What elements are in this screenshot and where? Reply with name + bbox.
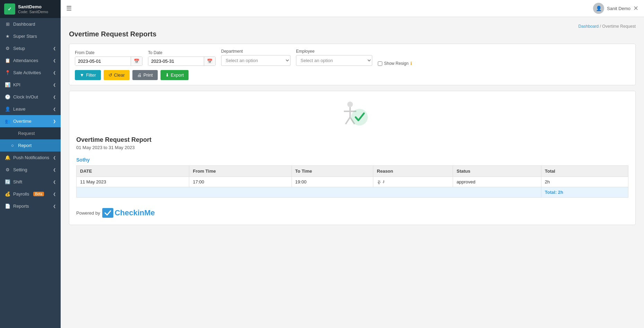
powered-by: Powered by CheckinMe [76, 208, 628, 218]
col-date: DATE [77, 166, 189, 177]
menu-icon[interactable]: ☰ [66, 5, 72, 12]
svg-line-3 [346, 117, 350, 124]
topbar: ☰ 👤 Sanit Demo ✕ [61, 0, 644, 17]
sidebar-logo: ✓ [4, 3, 15, 15]
checkinme-brand-name: CheckinMe [115, 208, 155, 217]
sidebar-item-kpi[interactable]: 📊 KPI ❮ [0, 79, 61, 91]
sidebar-item-setting[interactable]: ⚙ Setting ❮ [0, 164, 61, 176]
sidebar-item-attendances[interactable]: 📋 Attendances ❮ [0, 54, 61, 67]
sidebar-item-label: Sale Activities [13, 70, 41, 75]
kpi-icon: 📊 [5, 82, 10, 87]
sidebar-item-label: KPI [13, 82, 20, 87]
print-icon: 🖨 [137, 72, 142, 78]
cell-to-time: 19:00 [291, 177, 373, 187]
breadcrumb-current: Overtime Request [602, 24, 636, 29]
powered-by-label: Powered by [76, 210, 100, 216]
col-from-time: From Time [189, 166, 291, 177]
sidebar-item-clock-inout[interactable]: 🕐 Clock In/Out ❮ [0, 91, 61, 103]
from-date-calendar-icon[interactable]: 📅 [131, 57, 142, 66]
report-icon: ○ [10, 143, 15, 148]
sidebar-item-dashboard[interactable]: ⊞ Dashboard [0, 18, 61, 30]
total-value: Total: 2h [541, 187, 628, 198]
report-date-range: 01 May 2023 to 31 May 2023 [76, 145, 628, 150]
sidebar-item-leave[interactable]: 👤 Leave ❮ [0, 103, 61, 115]
employee-select[interactable]: Select an option [296, 55, 372, 66]
close-icon[interactable]: ✕ [633, 5, 638, 12]
sidebar-item-label: Reports [13, 204, 29, 209]
chevron-icon: ❮ [53, 59, 56, 62]
filter-row: From Date 📅 To Date 📅 Departme [75, 49, 630, 66]
chevron-icon: ❮ [53, 95, 56, 99]
show-resign-checkbox[interactable] [378, 61, 382, 66]
clock-icon: 🕐 [5, 94, 10, 100]
sidebar-item-report[interactable]: ○ Report [0, 139, 61, 152]
print-button[interactable]: 🖨 Print [132, 70, 158, 80]
clear-button[interactable]: ↺ Clear [104, 70, 130, 80]
chevron-icon: ❮ [53, 46, 56, 50]
chevron-icon: ❮ [53, 180, 56, 184]
sidebar-item-setup[interactable]: ⚙ Setup ❮ [0, 42, 61, 54]
from-date-input-wrapper: 📅 [75, 57, 142, 66]
topbar-left[interactable]: ☰ [66, 5, 72, 12]
sidebar-item-label: Setting [13, 167, 27, 172]
export-button[interactable]: ⬇ Export [160, 70, 189, 80]
sidebar-item-label: Leave [13, 106, 25, 112]
content-area: Dashboard / Overtime Request Overtime Re… [61, 17, 644, 328]
page-title: Overtime Request Reports [69, 30, 636, 38]
sidebar-item-label: Super Stars [13, 34, 37, 39]
to-date-calendar-icon[interactable]: 📅 [204, 57, 215, 66]
chevron-icon: ❮ [53, 204, 56, 208]
sidebar-app-name: SanitDemo [18, 4, 48, 10]
sidebar: ✓ SanitDemo Code: SanitDemo ⊞ Dashboard … [0, 0, 61, 328]
superstars-icon: ★ [5, 34, 10, 39]
department-select[interactable]: Select an option [221, 55, 290, 66]
user-name: Sanit Demo [607, 6, 630, 11]
report-header: Overtime Request Report 01 May 2023 to 3… [76, 136, 628, 150]
sidebar-item-sale-activities[interactable]: 📍 Sale Activities ❮ [0, 67, 61, 79]
total-empty [77, 187, 541, 198]
sidebar-header: ✓ SanitDemo Code: SanitDemo [0, 0, 61, 18]
department-label: Department [221, 49, 290, 54]
sidebar-item-superstars[interactable]: ★ Super Stars [0, 30, 61, 42]
sidebar-item-request[interactable]: Request [0, 127, 61, 139]
sidebar-item-push-notifications[interactable]: 🔔 Push Notifications ❮ [0, 152, 61, 164]
leave-icon: 👤 [5, 106, 10, 112]
setting-icon: ⚙ [5, 167, 10, 172]
topbar-right: 👤 Sanit Demo ✕ [593, 3, 638, 14]
shift-icon: 🔄 [5, 179, 10, 184]
chevron-icon: ❮ [53, 168, 56, 172]
checkinme-check-icon [104, 210, 112, 216]
sidebar-item-label: Attendances [13, 58, 38, 63]
sidebar-item-label: Setup [13, 46, 25, 51]
employee-name: Sothy [76, 157, 628, 163]
col-reason: Reason [373, 166, 453, 177]
filter-bar: From Date 📅 To Date 📅 Departme [69, 44, 636, 85]
sidebar-item-reports[interactable]: 📄 Reports ❮ [0, 200, 61, 212]
show-resign-info-icon: ℹ [410, 61, 412, 66]
report-area: Overtime Request Report 01 May 2023 to 3… [69, 91, 636, 225]
sidebar-item-label: Shift [13, 179, 22, 184]
sidebar-item-shift[interactable]: 🔄 Shift ❮ [0, 176, 61, 188]
sidebar-item-overtime[interactable]: 👥 Overtime ❯ [0, 115, 61, 127]
cell-total: 2h [541, 177, 628, 187]
chevron-icon: ❮ [53, 156, 56, 159]
department-group: Department Select an option [221, 49, 290, 66]
table-header-row: DATE From Time To Time Reason Status Tot… [77, 166, 628, 177]
sidebar-item-payrolls[interactable]: 💰 Payrolls Beta ❮ [0, 188, 61, 200]
from-date-input[interactable] [75, 57, 131, 66]
filter-button[interactable]: ▼ Filter [75, 70, 101, 80]
report-title: Overtime Request Report [76, 136, 628, 144]
sidebar-item-label: Push Notifications [13, 155, 49, 160]
filter-icon: ▼ [80, 72, 84, 78]
col-total: Total [541, 166, 628, 177]
beta-badge: Beta [33, 192, 44, 196]
to-date-group: To Date 📅 [148, 50, 216, 66]
attendances-icon: 📋 [5, 58, 10, 63]
main-panel: ☰ 👤 Sanit Demo ✕ Dashboard / Overtime Re… [61, 0, 644, 328]
clear-icon: ↺ [108, 72, 112, 78]
breadcrumb-home[interactable]: Dashboard [578, 24, 599, 29]
to-date-input[interactable] [148, 57, 204, 66]
checkinme-logo: CheckinMe [102, 208, 155, 218]
cell-from-time: 17:00 [189, 177, 291, 187]
chevron-icon: ❮ [53, 83, 56, 87]
